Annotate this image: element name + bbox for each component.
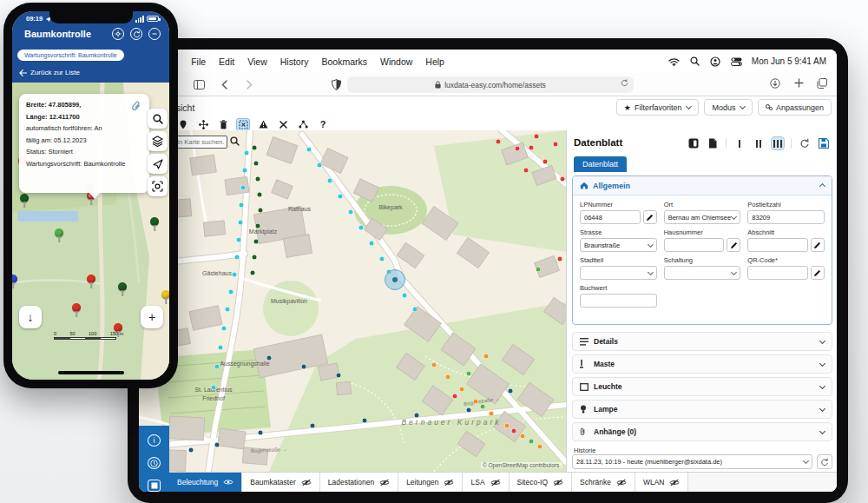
eye-off-icon[interactable]	[669, 479, 680, 486]
extent-tool-icon[interactable]	[237, 119, 249, 130]
menubar-item-help[interactable]: Help	[425, 56, 444, 67]
qrcode-input[interactable]	[747, 266, 808, 280]
abschnitt-input[interactable]	[747, 238, 808, 252]
info-icon[interactable]: i	[148, 434, 161, 447]
download-icon[interactable]	[769, 77, 781, 89]
undo-icon[interactable]	[799, 137, 811, 149]
asset-dot[interactable]	[302, 365, 306, 369]
eye-off-icon[interactable]	[553, 479, 563, 486]
menubar-item-edit[interactable]: Edit	[219, 56, 234, 67]
asset-dot[interactable]	[339, 195, 343, 199]
anhaenge-section-header[interactable]: Anhänge (0)	[572, 422, 832, 441]
asset-dot[interactable]	[311, 424, 315, 428]
asset-dot[interactable]	[241, 186, 246, 190]
three-column-layout-icon[interactable]	[772, 137, 784, 149]
tree-pin[interactable]	[20, 194, 29, 202]
asset-dot[interactable]	[189, 448, 194, 453]
asset-dot[interactable]	[307, 148, 312, 152]
dock-panel-icon[interactable]	[687, 137, 700, 149]
asset-dot[interactable]	[245, 151, 249, 156]
asset-dot[interactable]	[229, 290, 233, 295]
asset-dot[interactable]	[256, 224, 260, 228]
wifi-icon[interactable]	[668, 56, 680, 67]
leuchte-section-header[interactable]: Leuchte	[572, 377, 832, 396]
menubar-item-file[interactable]: File	[191, 56, 206, 67]
asset-dot[interactable]	[558, 257, 562, 261]
datenblatt-tab[interactable]: Datenblatt	[574, 156, 627, 172]
hausnummer-input[interactable]	[664, 238, 725, 252]
asset-dot[interactable]	[467, 408, 471, 413]
asset-dot[interactable]	[524, 169, 529, 173]
layer-tab-wlan[interactable]: WLAN	[635, 473, 689, 492]
asset-dot[interactable]	[253, 255, 257, 260]
asset-dot[interactable]	[415, 414, 419, 418]
asset-dot[interactable]	[233, 273, 237, 277]
asset-dot[interactable]	[215, 443, 220, 447]
asset-dot[interactable]	[251, 271, 255, 275]
tree-pin[interactable]	[72, 303, 81, 312]
asset-dot[interactable]	[413, 308, 418, 312]
modus-button[interactable]: Modus	[704, 99, 753, 116]
edit-pencil-icon[interactable]	[727, 238, 740, 252]
layer-tab-siteco-iq[interactable]: Siteco-IQ	[510, 473, 572, 492]
asset-dot[interactable]	[453, 394, 457, 399]
network-tool-icon[interactable]	[297, 119, 309, 130]
menubar-item-window[interactable]: Window	[380, 56, 412, 67]
wartungsvorschrift-chip[interactable]: Wartungsvorschrift: Baumkontrolle	[17, 50, 124, 61]
asset-dot[interactable]	[490, 412, 494, 416]
asset-dot[interactable]	[258, 193, 262, 197]
edit-pencil-icon[interactable]	[811, 266, 825, 280]
asset-dot[interactable]	[509, 389, 513, 394]
map-canvas[interactable]: RathausMarktplatzGästehausBikeparkMusikp…	[139, 130, 566, 472]
reload-icon[interactable]	[621, 79, 628, 89]
asset-dot[interactable]	[359, 226, 364, 230]
postleitzahl-input[interactable]: 83209	[747, 210, 825, 224]
eye-off-icon[interactable]	[616, 479, 627, 486]
asset-dot[interactable]	[512, 429, 516, 434]
marker-tool-icon[interactable]	[177, 119, 189, 130]
tree-pin[interactable]	[150, 217, 159, 226]
asset-dot[interactable]	[259, 431, 263, 435]
move-tool-icon[interactable]	[197, 119, 209, 130]
selected-asset-marker[interactable]	[385, 269, 405, 290]
anpassungen-button[interactable]: Anpassungen	[758, 99, 832, 116]
asset-dot[interactable]	[219, 346, 223, 350]
menubar-item-view[interactable]: View	[247, 56, 267, 67]
historie-undo-icon[interactable]	[817, 454, 832, 469]
asset-dot[interactable]	[240, 203, 244, 208]
refresh-icon[interactable]	[130, 28, 142, 40]
circle-minus-icon[interactable]	[148, 28, 161, 40]
user-icon[interactable]	[710, 56, 721, 67]
asset-dot[interactable]	[521, 434, 525, 439]
attachment-paperclip-icon[interactable]	[132, 101, 141, 114]
warning-tool-icon[interactable]	[257, 119, 269, 130]
map-search-icon[interactable]	[230, 136, 240, 148]
asset-dot[interactable]	[235, 255, 240, 260]
asset-dot[interactable]	[535, 135, 539, 139]
locate-icon[interactable]	[148, 154, 168, 174]
asset-dot[interactable]	[318, 163, 322, 168]
eye-off-icon[interactable]	[379, 479, 390, 486]
asset-dot[interactable]	[481, 405, 485, 409]
asset-dot[interactable]	[253, 146, 257, 150]
asset-dot[interactable]	[474, 400, 478, 404]
eye-icon[interactable]	[223, 479, 233, 486]
strasse-select[interactable]: Braunstraße	[580, 238, 657, 252]
document-icon[interactable]	[707, 137, 719, 149]
filterfavoriten-button[interactable]: ★ Filterfavoriten	[616, 99, 700, 116]
help-tool-icon[interactable]: ?	[317, 119, 329, 130]
asset-dot[interactable]	[267, 356, 272, 361]
stadtteil-select[interactable]	[580, 266, 657, 280]
phone-map[interactable]: Breite: 47.805899, Länge: 12.411700 auto…	[12, 83, 169, 380]
menubar-item-history[interactable]: History	[280, 56, 309, 67]
close-tool-icon[interactable]	[277, 119, 289, 130]
asset-dot[interactable]	[536, 268, 541, 272]
menubar-clock[interactable]: Mon Jun 5 9:41 AM	[752, 56, 826, 66]
asset-dot[interactable]	[363, 419, 367, 423]
map-search-input[interactable]	[174, 136, 227, 149]
edit-pencil-icon[interactable]	[643, 210, 657, 224]
layers-panel-icon[interactable]	[148, 480, 161, 492]
asset-dot[interactable]	[254, 162, 259, 166]
asset-dot[interactable]	[516, 147, 520, 151]
asset-dot[interactable]	[529, 146, 534, 150]
